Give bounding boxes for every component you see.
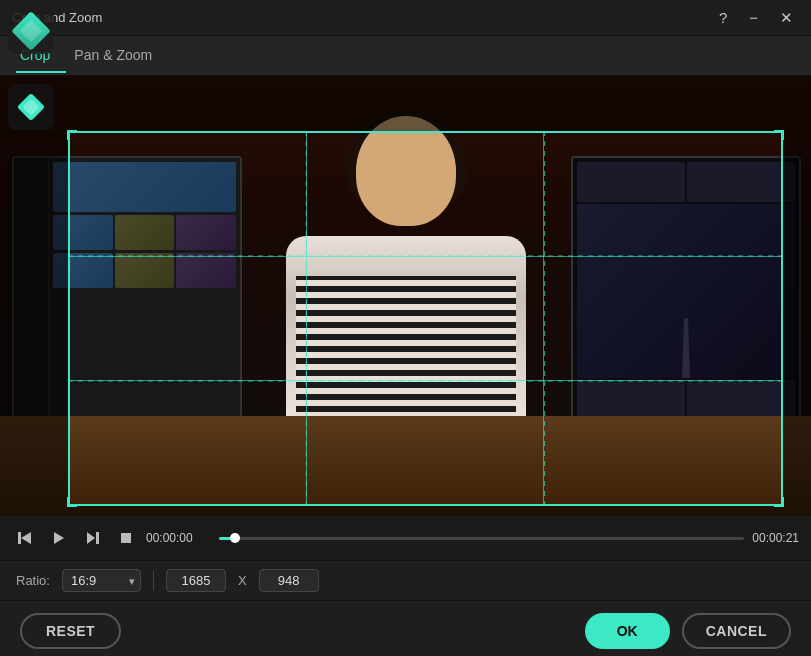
stop-button[interactable] bbox=[114, 528, 138, 548]
crop-mask-left bbox=[0, 131, 68, 506]
stop-icon bbox=[120, 532, 132, 544]
svg-rect-6 bbox=[18, 532, 21, 544]
logo-diamond bbox=[11, 11, 51, 51]
svg-marker-7 bbox=[21, 532, 31, 544]
ratio-height-input[interactable] bbox=[259, 569, 319, 592]
crop-handle-br[interactable] bbox=[774, 497, 784, 507]
crop-mask-top bbox=[0, 76, 811, 131]
play-icon bbox=[52, 531, 66, 545]
tabs-bar: Crop Pan & Zoom bbox=[0, 36, 811, 76]
controls-bar: 00:00:00 00:00:21 bbox=[0, 516, 811, 560]
cancel-button[interactable]: CANCEL bbox=[682, 613, 791, 649]
ratio-width-input[interactable] bbox=[166, 569, 226, 592]
svg-rect-11 bbox=[121, 533, 131, 543]
play-button[interactable] bbox=[46, 527, 72, 549]
ratio-divider bbox=[153, 571, 154, 591]
svg-marker-8 bbox=[54, 532, 64, 544]
action-buttons-right: OK CANCEL bbox=[585, 613, 791, 649]
ratio-select[interactable]: 16:9 4:3 1:1 9:16 21:9 Custom bbox=[62, 569, 141, 592]
crop-handle-tr[interactable] bbox=[774, 130, 784, 140]
crop-rectangle[interactable] bbox=[68, 131, 783, 506]
minimize-button[interactable]: − bbox=[743, 7, 764, 28]
action-bar: RESET OK CANCEL bbox=[0, 600, 811, 656]
step-back-icon bbox=[18, 531, 32, 545]
video-area bbox=[0, 76, 811, 516]
title-bar-left: Crop and Zoom bbox=[12, 10, 102, 25]
ratio-bar: Ratio: 16:9 4:3 1:1 9:16 21:9 Custom X bbox=[0, 560, 811, 600]
app-logo bbox=[8, 8, 54, 54]
time-current: 00:00:00 bbox=[146, 531, 211, 545]
crop-mask-right bbox=[783, 131, 811, 506]
step-back-button[interactable] bbox=[12, 527, 38, 549]
svg-rect-10 bbox=[96, 532, 99, 544]
help-button[interactable]: ? bbox=[713, 7, 733, 28]
filmora-logo-overlay bbox=[8, 84, 54, 130]
play-next-button[interactable] bbox=[80, 527, 106, 549]
ratio-label: Ratio: bbox=[16, 573, 50, 588]
crop-handle-bl[interactable] bbox=[67, 497, 77, 507]
x-label: X bbox=[238, 573, 247, 588]
seek-bar[interactable] bbox=[219, 537, 744, 540]
svg-marker-9 bbox=[87, 532, 95, 544]
filmora-logo-icon bbox=[17, 93, 45, 121]
tab-pan-zoom[interactable]: Pan & Zoom bbox=[70, 39, 168, 73]
ratio-select-wrapper: 16:9 4:3 1:1 9:16 21:9 Custom bbox=[62, 569, 141, 592]
time-total: 00:00:21 bbox=[752, 531, 799, 545]
crop-mask-bottom bbox=[0, 506, 811, 516]
seek-thumb[interactable] bbox=[230, 533, 240, 543]
title-bar-controls: ? − ✕ bbox=[713, 7, 799, 29]
close-button[interactable]: ✕ bbox=[774, 7, 799, 29]
title-bar: Crop and Zoom ? − ✕ bbox=[0, 0, 811, 36]
crop-handle-tl[interactable] bbox=[67, 130, 77, 140]
play-next-icon bbox=[86, 531, 100, 545]
reset-button[interactable]: RESET bbox=[20, 613, 121, 649]
ok-button[interactable]: OK bbox=[585, 613, 670, 649]
